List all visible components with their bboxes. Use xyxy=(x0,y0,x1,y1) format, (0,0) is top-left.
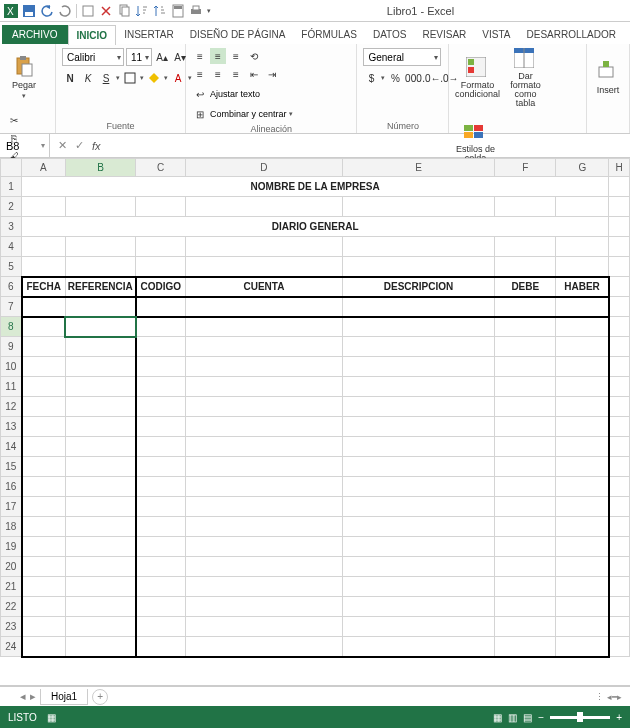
percent-icon[interactable]: % xyxy=(387,70,403,86)
cell[interactable] xyxy=(556,457,609,477)
cell[interactable] xyxy=(136,317,186,337)
cell[interactable] xyxy=(65,477,136,497)
row-header[interactable]: 12 xyxy=(1,397,22,417)
cell[interactable] xyxy=(185,497,342,517)
cell[interactable] xyxy=(22,477,66,497)
cell[interactable] xyxy=(495,397,556,417)
cell[interactable] xyxy=(136,377,186,397)
cell[interactable] xyxy=(65,457,136,477)
cell[interactable]: DESCRIPCION xyxy=(342,277,494,297)
cell[interactable] xyxy=(556,537,609,557)
paste-button[interactable]: Pegar ▾ xyxy=(6,48,42,108)
cell[interactable] xyxy=(556,397,609,417)
column-header[interactable]: G xyxy=(556,159,609,177)
align-bottom-icon[interactable]: ≡ xyxy=(228,48,244,64)
cell[interactable] xyxy=(556,577,609,597)
cell[interactable] xyxy=(136,297,186,317)
cell[interactable] xyxy=(556,237,609,257)
row-header[interactable]: 16 xyxy=(1,477,22,497)
cell[interactable] xyxy=(609,457,630,477)
cell[interactable] xyxy=(65,377,136,397)
cell[interactable] xyxy=(495,417,556,437)
cell[interactable] xyxy=(65,517,136,537)
cell[interactable] xyxy=(22,197,66,217)
cell[interactable] xyxy=(22,577,66,597)
cell[interactable] xyxy=(342,537,494,557)
worksheet-grid[interactable]: ABCDEFGH1NOMBRE DE LA EMPRESA23DIARIO GE… xyxy=(0,158,630,686)
indent-inc-icon[interactable]: ⇥ xyxy=(264,66,280,82)
row-header[interactable]: 17 xyxy=(1,497,22,517)
cell[interactable] xyxy=(136,577,186,597)
cell[interactable] xyxy=(22,437,66,457)
cell[interactable] xyxy=(65,617,136,637)
cell[interactable] xyxy=(495,457,556,477)
cell[interactable] xyxy=(609,397,630,417)
number-format-select[interactable]: General xyxy=(363,48,441,66)
cell[interactable] xyxy=(556,317,609,337)
cell[interactable] xyxy=(495,357,556,377)
border-icon[interactable] xyxy=(122,70,138,86)
indent-dec-icon[interactable]: ⇤ xyxy=(246,66,262,82)
sheet-nav-next-icon[interactable]: ▸ xyxy=(30,690,36,703)
cell[interactable]: CODIGO xyxy=(136,277,186,297)
cell[interactable] xyxy=(65,417,136,437)
cell[interactable] xyxy=(136,637,186,657)
cell[interactable] xyxy=(556,637,609,657)
cell[interactable] xyxy=(185,477,342,497)
cut-icon[interactable]: ✂ xyxy=(6,112,22,128)
row-header[interactable]: 8 xyxy=(1,317,22,337)
cell[interactable] xyxy=(65,597,136,617)
cell[interactable] xyxy=(65,197,136,217)
qat-icon[interactable] xyxy=(81,4,95,18)
cell[interactable] xyxy=(609,417,630,437)
cell[interactable] xyxy=(136,557,186,577)
cell[interactable] xyxy=(185,257,342,277)
cell[interactable] xyxy=(342,377,494,397)
cell[interactable] xyxy=(609,277,630,297)
cell[interactable] xyxy=(65,637,136,657)
cell[interactable] xyxy=(136,457,186,477)
cell[interactable] xyxy=(185,557,342,577)
cell[interactable] xyxy=(65,297,136,317)
bold-button[interactable]: N xyxy=(62,70,78,86)
zoom-in-button[interactable]: + xyxy=(616,712,622,723)
cell[interactable] xyxy=(556,617,609,637)
cell[interactable] xyxy=(342,457,494,477)
cell[interactable] xyxy=(65,557,136,577)
cell[interactable] xyxy=(136,517,186,537)
cell[interactable] xyxy=(495,257,556,277)
cell[interactable] xyxy=(185,357,342,377)
cell[interactable] xyxy=(185,377,342,397)
cell[interactable] xyxy=(556,357,609,377)
underline-button[interactable]: S xyxy=(98,70,114,86)
cell[interactable] xyxy=(22,357,66,377)
cell[interactable] xyxy=(136,357,186,377)
align-middle-icon[interactable]: ≡ xyxy=(210,48,226,64)
cell[interactable] xyxy=(342,417,494,437)
tab-insert[interactable]: INSERTAR xyxy=(116,25,182,44)
cell[interactable] xyxy=(556,377,609,397)
cell[interactable] xyxy=(22,417,66,437)
cell[interactable] xyxy=(136,237,186,257)
cell[interactable] xyxy=(65,497,136,517)
tab-developer[interactable]: DESARROLLADOR xyxy=(519,25,624,44)
tab-page-layout[interactable]: DISEÑO DE PÁGINA xyxy=(182,25,294,44)
cell[interactable] xyxy=(22,617,66,637)
cell[interactable] xyxy=(136,617,186,637)
tab-home[interactable]: INICIO xyxy=(68,25,117,45)
undo-icon[interactable] xyxy=(40,4,54,18)
cell[interactable] xyxy=(136,197,186,217)
cell[interactable]: DIARIO GENERAL xyxy=(22,217,609,237)
orientation-icon[interactable]: ⟲ xyxy=(246,48,262,64)
dropdown-icon[interactable]: ▾ xyxy=(381,74,385,82)
cell[interactable] xyxy=(22,457,66,477)
format-table-button[interactable]: Dar formato como tabla xyxy=(503,48,547,108)
cell[interactable] xyxy=(342,397,494,417)
dropdown-icon[interactable]: ▾ xyxy=(116,74,120,82)
cell[interactable] xyxy=(495,577,556,597)
align-top-icon[interactable]: ≡ xyxy=(192,48,208,64)
zoom-slider[interactable] xyxy=(550,716,610,719)
cell[interactable] xyxy=(185,457,342,477)
cell[interactable] xyxy=(136,437,186,457)
sheet-scroll-icon[interactable]: ⋮ ◂━▸ xyxy=(595,692,622,702)
